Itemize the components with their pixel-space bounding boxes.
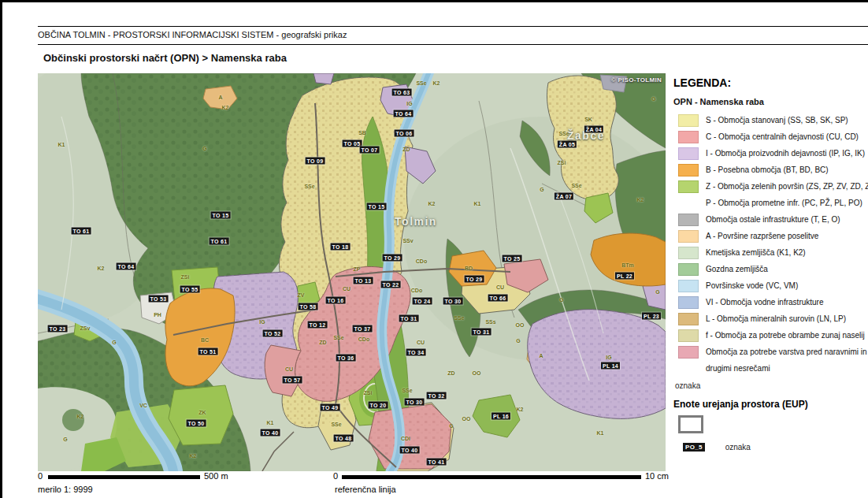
- reference-bar-zero: 0: [333, 471, 338, 481]
- map-zone-code: G: [559, 297, 563, 303]
- map-zone-code: SSe: [304, 184, 314, 189]
- map-zone-code: IG: [259, 319, 265, 325]
- legend-item-label: B - Posebna območja (BT, BD, BC): [706, 165, 829, 174]
- legend-item-label: A - Površine razpršene poselitve: [706, 232, 818, 240]
- map-eup-badge: TO 64: [117, 263, 136, 270]
- map-zone-code: BTm: [621, 262, 634, 268]
- map-zone-code: SSv: [402, 238, 413, 243]
- legend-eup-title: Enote urejanja prostora (EUP): [673, 399, 868, 410]
- map-eup-badge: TO 25: [503, 255, 522, 262]
- map-eup-badge: TO 58: [299, 303, 318, 310]
- map-zone-code: SK: [584, 117, 592, 122]
- legend-swatch: [678, 247, 699, 259]
- legend-eup-oznaka-label: oznaka: [725, 443, 751, 452]
- legend-item-label: Območja za potrebe varstva pred naravnim…: [706, 347, 867, 356]
- map-zone-code: CDo: [416, 258, 427, 264]
- map-zone-code: K2: [517, 407, 524, 412]
- map-zone-code: OO: [473, 370, 481, 376]
- map-eup-badge: TO 51: [198, 348, 218, 355]
- legend-item-label: L - Območja mineralnih surovin (LN, LP): [706, 314, 846, 323]
- map-eup-badge: PL 22: [615, 273, 634, 280]
- map-eup-badge: TO 49: [321, 404, 340, 411]
- map-zone-code: BD: [465, 266, 473, 271]
- map-zone-code: ZSv: [80, 325, 91, 331]
- map-zone-code: SSe: [416, 80, 426, 86]
- legend-item: Območja ostale infrastrukture (T, E, O): [673, 211, 868, 228]
- map-eup-badge: TO 29: [383, 255, 402, 262]
- map-eup-badge: TO 16: [326, 297, 346, 304]
- map-eup-badge: TO 37: [353, 325, 373, 333]
- legend-item-label: f - Območja za potrebe obrambe zunaj nas…: [706, 331, 865, 340]
- reference-bar: [342, 475, 641, 479]
- legend-item-label: Kmetijska zemljišča (K1, K2): [706, 248, 806, 257]
- legend-swatch: [678, 313, 699, 325]
- map-zone-code: G: [516, 338, 520, 344]
- page: { "header": { "title": "OBČINA TOLMIN - …: [0, 0, 868, 498]
- legend-eup-sample-badge: PO_5: [683, 443, 705, 452]
- map-zone-code: IG: [606, 355, 611, 360]
- app-header: OBČINA TOLMIN - PROSTORSKI INFORMACIJSKI…: [38, 26, 868, 45]
- map-eup-badge: TO 57: [283, 377, 302, 384]
- map-eup-badge: TO 48: [334, 435, 354, 442]
- legend-items: S - Območja stanovanj (SS, SB, SK, SP)C …: [673, 112, 868, 376]
- map-eup-badge: TO 31: [399, 315, 419, 322]
- legend-swatch: [678, 296, 699, 309]
- legend-item: Območja za potrebe varstva pred naravnim…: [673, 344, 868, 360]
- map-eup-badge: TO 15: [367, 203, 387, 210]
- map-zone-code: IG: [406, 101, 412, 106]
- map-zone-code: K1: [58, 142, 65, 147]
- legend-eup-sample-row: PO_5 oznaka: [673, 443, 868, 452]
- legend-item-label: S - Območja stanovanj (SS, SB, SK, SP): [706, 116, 848, 124]
- legend-item: P - Območja prometne infr. (PC, PŽ, PL, …: [673, 195, 868, 211]
- legend-section-title: OPN - Namenska raba: [673, 97, 868, 106]
- legend-item: Površinske vode (VC, VM): [673, 277, 868, 294]
- legend-item: C - Območja centralnih dejavnosti (CU, C…: [673, 128, 868, 145]
- map-eup-badge: ŽA 04: [584, 126, 603, 133]
- map-zone-code: ZD: [447, 370, 454, 376]
- legend-item: S - Območja stanovanj (SS, SB, SK, SP): [673, 112, 868, 128]
- scale-bar: [48, 475, 200, 479]
- legend-swatch: [678, 180, 699, 193]
- map-eup-badge: TO 07: [360, 147, 380, 154]
- map-zone-code: G: [540, 187, 543, 192]
- map-zone-code: A: [218, 95, 222, 100]
- reference-bar-end: 10 cm: [645, 471, 669, 481]
- legend-item-label: I - Območja proizvodnih dejavnosti (IP, …: [706, 149, 865, 158]
- map-eup-badge: TO 09: [306, 158, 325, 165]
- map-zone-code: VC: [139, 403, 147, 408]
- map-zone-code: SSe: [558, 131, 569, 136]
- legend-item-continuation: drugimi nesrečami: [673, 360, 868, 376]
- legend-swatch: [678, 147, 699, 160]
- legend-swatch: [678, 214, 699, 226]
- legend-item-label: C - Območja centralnih dejavnosti (CU, C…: [706, 132, 859, 141]
- map-zone-code: SSe: [331, 422, 341, 427]
- map-eup-badge: TO 15: [211, 212, 231, 219]
- map-zone-code: G: [63, 437, 67, 442]
- map-eup-badge: TO 30: [443, 298, 463, 305]
- map-zone-code: G: [112, 340, 116, 345]
- map-eup-badge: TO 31: [472, 329, 491, 336]
- map-zone-code: CU: [417, 340, 425, 345]
- map-eup-badge: TO 20: [369, 402, 388, 409]
- map-city-label: Tolmin: [395, 215, 437, 228]
- map-zone-code: K2: [77, 414, 84, 419]
- map-eup-badge: ŽA 07: [555, 193, 573, 200]
- map-eup-badge: TO 64: [394, 110, 414, 117]
- legend-item: L - Območja mineralnih surovin (LN, LP): [673, 310, 868, 327]
- legend-swatch: [678, 164, 699, 177]
- map-zone-code: ZD: [402, 147, 410, 152]
- legend-title: LEGENDA:: [673, 76, 868, 89]
- legend-item-label: Gozdna zemljišča: [706, 265, 768, 273]
- map-canvas[interactable]: TolminŽabčeTO 61TO 64TO 15TO 61TO 09TO 1…: [38, 73, 666, 471]
- legend-swatch: [678, 131, 699, 143]
- map-eup-badge: TO 66: [488, 295, 508, 302]
- map-zone-code: G: [449, 423, 453, 429]
- map-zone-code: G: [655, 289, 659, 295]
- map-eup-badge: TO 52: [263, 330, 283, 337]
- map-eup-badge: TO 40: [261, 429, 280, 437]
- legend-swatch: [678, 197, 699, 210]
- map-eup-badge: TO 40: [400, 447, 420, 454]
- map-zone-code: CU: [343, 286, 351, 292]
- map-zone-code: ZP: [354, 266, 361, 272]
- map-eup-badge: TO 50: [187, 420, 206, 427]
